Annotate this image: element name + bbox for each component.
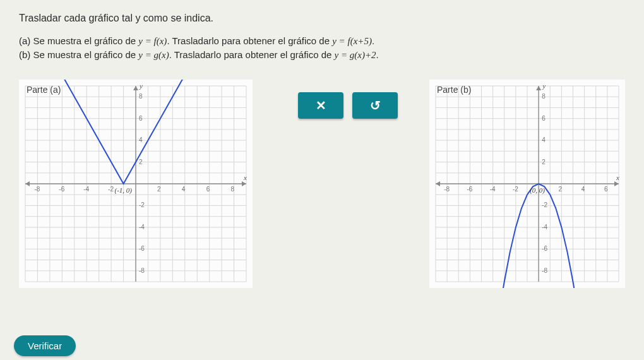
close-button[interactable]: ✕ bbox=[298, 92, 343, 119]
svg-marker-42 bbox=[133, 86, 138, 90]
graph-b-svg[interactable]: -8-6-4-2246-8-6-4-22468xy(0, 0) bbox=[429, 80, 625, 288]
svg-text:(-1, 0): (-1, 0) bbox=[115, 186, 133, 195]
svg-marker-100 bbox=[614, 181, 619, 186]
svg-text:(0, 0): (0, 0) bbox=[530, 186, 545, 195]
svg-text:-2: -2 bbox=[139, 201, 145, 208]
svg-text:-6: -6 bbox=[59, 186, 64, 193]
svg-text:-4: -4 bbox=[83, 186, 89, 193]
svg-marker-102 bbox=[536, 86, 541, 90]
svg-text:-4: -4 bbox=[490, 186, 496, 193]
svg-text:-6: -6 bbox=[139, 245, 145, 252]
svg-text:-2: -2 bbox=[513, 186, 518, 193]
svg-text:6: 6 bbox=[139, 115, 143, 122]
instruction-text: Trasladar cada gráfico tal y como se ind… bbox=[19, 13, 625, 24]
svg-text:-6: -6 bbox=[542, 245, 547, 252]
svg-text:6: 6 bbox=[206, 186, 210, 193]
svg-text:y: y bbox=[139, 82, 143, 90]
svg-text:4: 4 bbox=[182, 186, 186, 193]
svg-text:2: 2 bbox=[558, 186, 562, 193]
svg-text:6: 6 bbox=[542, 115, 546, 122]
svg-text:2: 2 bbox=[157, 186, 161, 193]
svg-text:-4: -4 bbox=[542, 224, 547, 231]
graph-b[interactable]: Parte (b) -8-6-4-2246-8-6-4-22468xy(0, 0… bbox=[429, 80, 625, 291]
svg-text:y: y bbox=[542, 82, 546, 90]
svg-marker-41 bbox=[25, 181, 30, 186]
close-icon: ✕ bbox=[316, 98, 326, 113]
verify-button[interactable]: Verificar bbox=[14, 335, 76, 356]
graph-a-label: Parte (a) bbox=[27, 85, 61, 95]
svg-text:4: 4 bbox=[542, 136, 546, 143]
part-b-text: (b) Se muestra el gráfico de y = g(x). T… bbox=[19, 49, 625, 61]
action-buttons: ✕ ↺ bbox=[298, 92, 398, 119]
svg-text:-2: -2 bbox=[542, 201, 547, 208]
content-row: Parte (a) -8-6-4-22468-8-6-4-22468xy(-1,… bbox=[19, 80, 625, 291]
svg-text:x: x bbox=[243, 174, 247, 181]
svg-text:-8: -8 bbox=[34, 186, 40, 193]
graph-a[interactable]: Parte (a) -8-6-4-22468-8-6-4-22468xy(-1,… bbox=[19, 80, 253, 291]
undo-button[interactable]: ↺ bbox=[352, 92, 398, 119]
part-a-text: (a) Se muestra el gráfico de y = f(x). T… bbox=[19, 35, 625, 47]
svg-text:2: 2 bbox=[139, 159, 143, 165]
svg-text:4: 4 bbox=[581, 186, 585, 193]
svg-text:6: 6 bbox=[604, 186, 608, 193]
svg-text:2: 2 bbox=[542, 159, 546, 165]
svg-text:-8: -8 bbox=[139, 267, 145, 274]
svg-text:8: 8 bbox=[542, 93, 546, 100]
svg-text:8: 8 bbox=[231, 186, 235, 193]
svg-text:-8: -8 bbox=[542, 267, 547, 274]
svg-marker-101 bbox=[436, 181, 440, 186]
verify-label: Verificar bbox=[28, 340, 62, 351]
svg-text:-8: -8 bbox=[444, 186, 450, 193]
svg-text:-4: -4 bbox=[139, 224, 145, 231]
svg-text:-2: -2 bbox=[108, 186, 114, 193]
svg-text:x: x bbox=[616, 174, 619, 181]
undo-icon: ↺ bbox=[370, 98, 381, 113]
svg-marker-40 bbox=[242, 181, 246, 186]
svg-text:8: 8 bbox=[139, 93, 143, 100]
graph-a-svg[interactable]: -8-6-4-22468-8-6-4-22468xy(-1, 0) bbox=[19, 80, 253, 288]
svg-text:-6: -6 bbox=[467, 186, 472, 193]
svg-text:4: 4 bbox=[139, 136, 143, 143]
graph-b-label: Parte (b) bbox=[437, 85, 471, 95]
